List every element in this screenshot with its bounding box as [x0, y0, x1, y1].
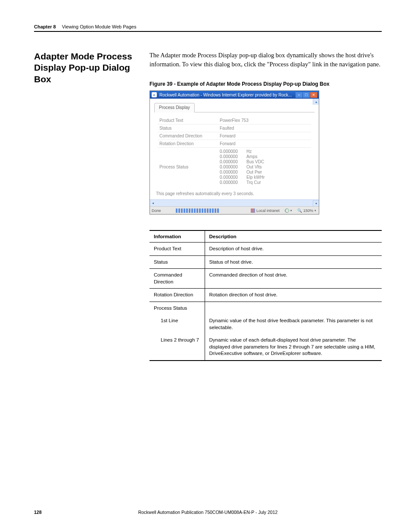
table-row: Commanded DirectionCommanded direction o… [149, 269, 382, 289]
proc-unit: Bus VDC [246, 159, 309, 164]
row-product-text: Product Text PowerFlex 753 [158, 117, 311, 124]
proc-unit: Trq Cur [246, 180, 309, 185]
proc-unit: Elp kWHr [246, 175, 309, 180]
ie-window: e Rockwell Automation - Windows Internet… [149, 90, 319, 215]
table-row: Rotation DirectionRotation direction of … [149, 289, 382, 302]
chapter-title: Viewing Option Module Web Pages [62, 24, 137, 29]
minimize-button[interactable]: – [296, 92, 302, 98]
table-row-process-status: Process Status [149, 302, 382, 314]
shield-icon [251, 208, 255, 213]
chapter-label: Chapter 8 [34, 24, 56, 29]
tab-process-display[interactable]: Process Display [154, 103, 195, 112]
zoom-level[interactable]: 🔍 150% ▾ [295, 208, 319, 213]
figure-caption: Figure 39 - Example of Adapter Mode Proc… [149, 81, 382, 87]
horizontal-scrollbar[interactable]: ◂ ▸ [150, 199, 319, 206]
close-button[interactable]: × [310, 92, 317, 98]
row-status: Status Faulted [158, 124, 311, 132]
th-information: Information [149, 230, 205, 243]
table-row: StatusStatus of host drive. [149, 255, 382, 269]
proc-unit: Hz [246, 149, 309, 154]
table-row-ps-lines2-7: Lines 2 through 7 Dynamic value of each … [149, 334, 382, 361]
page-number: 128 [34, 510, 42, 515]
info-table: Information Description Product TextDesc… [149, 230, 382, 361]
table-row-ps-line1: 1st Line Dynamic value of the host drive… [149, 314, 382, 334]
process-status-grid: 0.000000Hz0.000000Amps0.000000Bus VDC0.0… [220, 149, 309, 185]
ie-statusbar: Done Local intranet ▾ 🔍 150% ▾ [150, 206, 319, 214]
security-zone: Local intranet [248, 208, 282, 213]
intro-paragraph: The Adapter mode Process Display pop-up … [149, 51, 382, 69]
scroll-left-icon[interactable]: ◂ [150, 201, 156, 205]
tab-panel: Product Text PowerFlex 753 Status Faulte… [154, 112, 314, 189]
refresh-note: This page refreshes automatically every … [150, 189, 319, 199]
scroll-down-icon[interactable]: ▾ [313, 200, 319, 206]
row-rot-direction: Rotation Direction Forward [158, 140, 311, 148]
protected-mode: ▾ [282, 208, 295, 213]
status-done: Done [150, 208, 176, 213]
header-rule [34, 31, 382, 32]
ie-favicon: e [152, 92, 157, 97]
th-description: Description [205, 230, 382, 243]
section-title: Adapter Mode Process Display Pop-up Dial… [34, 51, 149, 85]
proc-unit: Out Vlts [246, 165, 309, 169]
proc-value: 0.000000 [220, 175, 246, 180]
maximize-button[interactable]: □ [303, 92, 310, 98]
ie-titlebar: e Rockwell Automation - Windows Internet… [150, 91, 319, 99]
proc-unit: Out Pwr [246, 170, 309, 174]
page-footer: 128 Rockwell Automation Publication 750C… [34, 510, 382, 515]
proc-unit: Amps [246, 154, 309, 159]
progress-bar [176, 208, 219, 213]
proc-value: 0.000000 [220, 170, 246, 174]
proc-value: 0.000000 [220, 154, 246, 159]
publication-info: Rockwell Automation Publication 750COM-U… [138, 510, 278, 515]
proc-value: 0.000000 [220, 149, 246, 154]
proc-value: 0.000000 [220, 165, 246, 169]
row-process-status: Process Status 0.000000Hz0.000000Amps0.0… [158, 148, 311, 186]
scroll-up-icon[interactable]: ▴ [313, 99, 319, 105]
ie-title-text: Rockwell Automation - Windows Internet E… [159, 93, 293, 97]
row-cmd-direction: Commanded Direction Forward [158, 132, 311, 140]
table-row: Product TextDescription of host drive. [149, 243, 382, 256]
proc-value: 0.000000 [220, 180, 246, 185]
globe-icon [285, 208, 289, 213]
proc-value: 0.000000 [220, 159, 246, 164]
